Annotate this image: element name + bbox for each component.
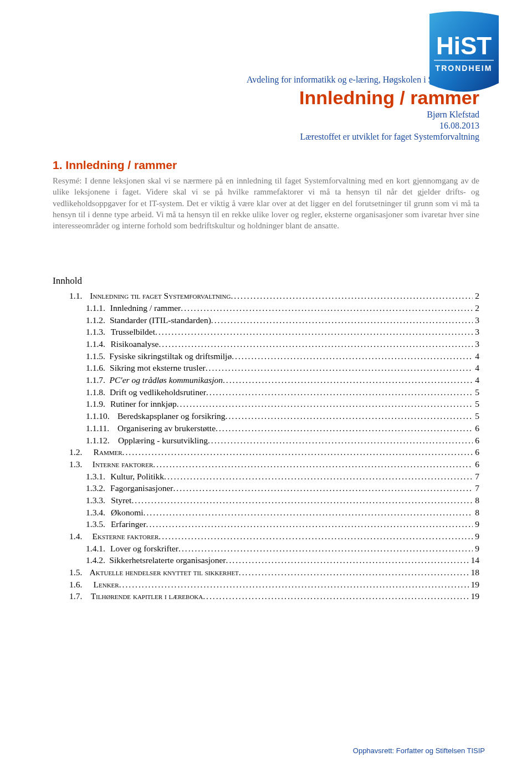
toc-label: Rammer	[94, 446, 122, 458]
toc-page: 6	[473, 422, 479, 434]
toc-label: Fysiske sikringstiltak og driftsmiljø	[109, 350, 232, 362]
page: HiST TRONDHEIM Avdeling for informatikk …	[0, 0, 532, 625]
toc-page: 8	[473, 494, 479, 507]
toc-number: 1.3.	[69, 458, 82, 471]
toc-label: Beredskapsplaner og forsikring	[117, 410, 226, 422]
author-line: Bjørn Klefstad	[53, 110, 479, 120]
toc-label: Lover og forskrifter	[110, 543, 178, 555]
toc-label: Opplæring - kursutvikling	[118, 434, 208, 447]
toc-row: 1.1.12.Opplæring - kursutvikling 6	[53, 434, 479, 447]
toc-label: Innledning / rammer	[110, 302, 181, 314]
toc-number: 1.4.2.	[86, 554, 105, 566]
toc-page: 2	[473, 290, 479, 302]
toc-number: 1.3.2.	[86, 482, 105, 494]
toc-row: 1.3.2.Fagorganisasjoner 7	[53, 482, 479, 494]
toc-number: 1.1.2.	[86, 314, 105, 326]
copyright-line: Opphavsrett: Forfatter og Stiftelsen TIS…	[353, 746, 485, 755]
toc-number: 1.1.10.	[86, 410, 110, 422]
toc-row: 1.3.3.Styret 8	[53, 494, 479, 507]
toc-page: 5	[473, 398, 479, 410]
toc-page: 7	[473, 471, 479, 483]
svg-rect-1	[434, 60, 494, 61]
toc-label: Standarder (ITIL-standarden)	[110, 314, 211, 326]
toc-number: 1.7.	[69, 590, 82, 602]
toc-row: 1.1.3.Trusselbildet 3	[53, 326, 479, 338]
toc-label: Risikoanalyse	[111, 338, 159, 350]
toc-leader-dots	[206, 362, 473, 374]
toc-page: 6	[473, 434, 479, 447]
toc-page: 6	[473, 458, 479, 471]
toc-label: Organisering av brukerstøtte	[117, 422, 216, 434]
toc-page: 9	[473, 543, 479, 555]
toc-number: 1.2.	[69, 446, 82, 458]
toc-leader-dots	[144, 507, 473, 519]
toc-page: 3	[473, 326, 479, 338]
toc-row: 1.1.8.Drift og vedlikeholdsrutiner 5	[53, 386, 479, 398]
toc-page: 7	[473, 482, 479, 494]
hist-logo: HiST TRONDHEIM	[424, 11, 502, 97]
date-line: 16.08.2013	[53, 121, 479, 131]
toc-leader-dots	[155, 326, 473, 338]
toc-leader-dots	[226, 410, 473, 422]
toc-page: 4	[473, 374, 479, 386]
toc-row: 1.7.Tilhørende kapitler i læreboka 19	[53, 590, 479, 602]
toc-page: 9	[473, 518, 479, 530]
toc-label: Rutiner for innkjøp	[110, 398, 177, 410]
toc-number: 1.1.4.	[86, 338, 105, 350]
toc-label: Tilhørende kapitler i læreboka	[91, 590, 203, 602]
toc-label: Drift og vedlikeholdsrutiner	[110, 386, 206, 398]
toc-page: 6	[473, 446, 479, 458]
document-header: Avdeling for informatikk og e-læring, Hø…	[53, 75, 479, 142]
toc-row: 1.1.9.Rutiner for innkjøp 5	[53, 398, 479, 410]
toc-number: 1.1.8.	[86, 386, 105, 398]
toc-label: Lenker	[94, 579, 119, 591]
toc-leader-dots	[231, 290, 473, 302]
toc-leader-dots	[119, 579, 469, 591]
toc-number: 1.1.1.	[86, 302, 105, 314]
toc-row: 1.3.1.Kultur, Politikk 7	[53, 471, 479, 483]
toc-row: 1.3.4.Økonomi 8	[53, 507, 479, 519]
toc-leader-dots	[177, 398, 473, 410]
toc-page: 9	[473, 530, 479, 543]
toc-page: 14	[469, 554, 480, 566]
toc-leader-dots	[158, 338, 473, 350]
toc-row: 1.1.11.Organisering av brukerstøtte 6	[53, 422, 479, 434]
toc-page: 18	[469, 566, 480, 579]
toc-leader-dots	[226, 554, 469, 566]
toc-label: Erfaringer	[111, 518, 146, 530]
section-number: 1.	[53, 158, 63, 171]
toc-page: 19	[469, 590, 480, 602]
resume-paragraph: Resymé: I denne leksjonen skal vi se nær…	[53, 175, 479, 231]
toc-label: PC'er og trådløs kommunikasjon	[110, 374, 223, 386]
toc-page: 3	[473, 314, 479, 326]
toc-leader-dots	[131, 494, 473, 507]
toc-page: 5	[473, 386, 479, 398]
toc-number: 1.3.4.	[86, 507, 105, 519]
toc-leader-dots	[211, 314, 473, 326]
toc-number: 1.5.	[69, 566, 82, 579]
toc-number: 1.1.6.	[86, 362, 105, 374]
toc-number: 1.1.11.	[86, 422, 109, 434]
toc-label: Kultur, Politikk	[110, 471, 164, 483]
toc-number: 1.3.1.	[86, 471, 105, 483]
toc-leader-dots	[153, 458, 473, 471]
toc-label: Sikring mot eksterne trusler	[110, 362, 206, 374]
toc-leader-dots	[122, 446, 473, 458]
svg-text:TRONDHEIM: TRONDHEIM	[436, 64, 493, 73]
toc-page: 2	[473, 302, 479, 314]
svg-text:HiST: HiST	[436, 32, 492, 59]
toc-page: 4	[473, 350, 479, 362]
toc-label: Eksterne faktorer	[92, 530, 158, 543]
toc-label: Innledning til faget Systemforvaltning	[90, 290, 231, 302]
toc-row: 1.1.10.Beredskapsplaner og forsikring 5	[53, 410, 479, 422]
toc-leader-dots	[146, 518, 473, 530]
toc-row: 1.1.2.Standarder (ITIL-standarden) 3	[53, 314, 479, 326]
toc-row: 1.5.Aktuelle hendelser knyttet til sikke…	[53, 566, 479, 579]
toc-number: 1.6.	[69, 579, 82, 591]
toc-label: Styret	[111, 494, 131, 507]
toc-row: 1.2.Rammer 6	[53, 446, 479, 458]
toc-leader-dots	[239, 566, 469, 579]
toc-row: 1.6.Lenker 19	[53, 579, 479, 591]
toc-page: 8	[473, 507, 479, 519]
toc-page: 5	[473, 410, 479, 422]
